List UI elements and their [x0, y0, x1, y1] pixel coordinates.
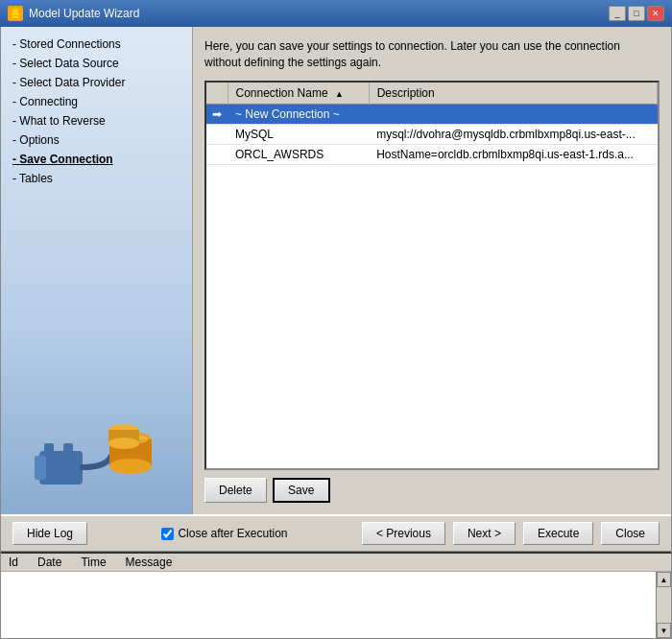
close-button[interactable]: Close: [601, 522, 660, 545]
row-description: mysql://dvohra@mysqldb.crbmlbxmp8qi.us-e…: [369, 124, 657, 144]
log-col-message: Message: [126, 556, 173, 569]
log-body: ▲ ▼: [1, 572, 671, 638]
title-bar: Model Update Wizard _ □ ✕: [0, 0, 672, 27]
svg-rect-4: [44, 443, 54, 457]
svg-rect-2: [12, 16, 19, 18]
log-col-id: Id: [9, 556, 18, 569]
connections-table-wrapper[interactable]: Connection Name ▲ Description ➡ ~ New Co…: [204, 81, 660, 470]
row-arrow: [206, 144, 228, 164]
close-after-execution-group: Close after Execution: [95, 527, 354, 540]
sidebar-item-stored-connections[interactable]: - Stored Connections: [5, 35, 188, 54]
svg-rect-6: [35, 456, 46, 480]
log-scrollbar[interactable]: ▲ ▼: [656, 572, 671, 638]
log-col-date: Date: [37, 556, 61, 569]
close-after-execution-checkbox[interactable]: [161, 528, 174, 540]
table-body: ➡ ~ New Connection ~ MySQL mysql://dvohr…: [206, 104, 658, 164]
right-panel: Here, you can save your settings to conn…: [193, 27, 671, 514]
delete-button[interactable]: Delete: [204, 478, 267, 503]
maximize-button[interactable]: □: [628, 6, 645, 21]
main-content: - Stored Connections - Select Data Sourc…: [1, 27, 671, 514]
svg-point-13: [108, 438, 139, 449]
table-buttons: Delete Save: [204, 478, 660, 503]
sidebar-item-select-data-source[interactable]: - Select Data Source: [5, 54, 188, 73]
instruction-text: Here, you can save your settings to conn…: [204, 38, 660, 71]
scroll-up-button[interactable]: ▲: [657, 572, 671, 587]
row-arrow: [206, 124, 228, 144]
save-button[interactable]: Save: [273, 478, 330, 503]
window-body: - Stored Connections - Select Data Sourc…: [0, 27, 672, 639]
table-row[interactable]: ORCL_AWSRDS HostName=orcldb.crbmlbxmp8qi…: [206, 144, 658, 164]
svg-rect-1: [12, 13, 19, 15]
sidebar-item-what-to-reverse[interactable]: - What to Reverse: [5, 111, 188, 130]
sidebar-item-select-data-provider[interactable]: - Select Data Provider: [5, 73, 188, 92]
log-area: Id Date Time Message ▲ ▼: [1, 552, 671, 638]
hide-log-button[interactable]: Hide Log: [12, 522, 87, 545]
col-connection-name[interactable]: Connection Name ▲: [228, 83, 369, 105]
svg-point-9: [109, 459, 152, 474]
nav-bar: Hide Log Close after Execution < Previou…: [1, 514, 671, 552]
previous-button[interactable]: < Previous: [362, 522, 445, 545]
scroll-down-button[interactable]: ▼: [657, 623, 671, 638]
window-title: Model Update Wizard: [29, 7, 609, 20]
minimize-button[interactable]: _: [609, 6, 626, 21]
window-controls: _ □ ✕: [609, 6, 664, 21]
sidebar-item-tables[interactable]: - Tables: [5, 169, 188, 188]
sidebar-item-options[interactable]: - Options: [5, 130, 188, 150]
table-row[interactable]: ➡ ~ New Connection ~: [206, 104, 658, 124]
table-row[interactable]: MySQL mysql://dvohra@mysqldb.crbmlbxmp8q…: [206, 124, 658, 144]
sidebar-item-connecting[interactable]: - Connecting: [5, 92, 188, 111]
close-after-execution-label: Close after Execution: [178, 527, 287, 540]
row-connection-name: MySQL: [228, 124, 369, 144]
col-arrow: [206, 83, 228, 105]
col-description: Description: [369, 83, 657, 105]
row-description: [369, 104, 657, 124]
sidebar: - Stored Connections - Select Data Sourc…: [1, 27, 193, 514]
sidebar-nav: - Stored Connections - Select Data Sourc…: [5, 35, 188, 395]
execute-button[interactable]: Execute: [523, 522, 593, 545]
close-window-button[interactable]: ✕: [647, 6, 664, 21]
log-col-time: Time: [81, 556, 106, 569]
sort-asc-icon: ▲: [335, 89, 344, 99]
svg-rect-5: [63, 443, 73, 457]
row-arrow: ➡: [206, 104, 228, 124]
row-connection-name: ORCL_AWSRDS: [228, 144, 369, 164]
sidebar-illustration: [20, 403, 174, 499]
app-icon: [8, 6, 23, 21]
row-description: HostName=orcldb.crbmlbxmp8qi.us-east-1.r…: [369, 144, 657, 164]
table-header: Connection Name ▲ Description: [206, 83, 658, 105]
row-connection-name: ~ New Connection ~: [228, 104, 369, 124]
scroll-track: [657, 587, 671, 623]
next-button[interactable]: Next >: [453, 522, 516, 545]
sidebar-item-save-connection[interactable]: - Save Connection: [5, 150, 188, 169]
log-header: Id Date Time Message: [1, 554, 671, 572]
connections-table: Connection Name ▲ Description ➡ ~ New Co…: [206, 83, 658, 165]
